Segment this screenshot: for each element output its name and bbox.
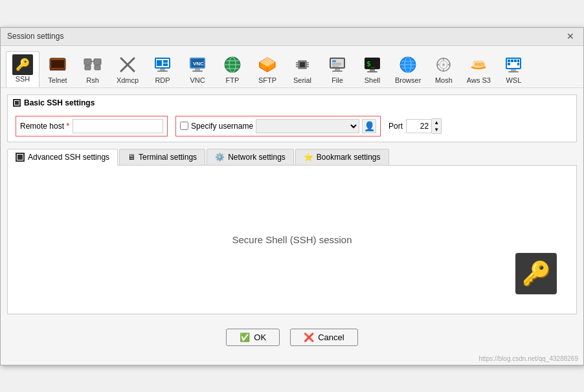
port-spinner: ▲ ▼ <box>406 118 442 134</box>
content-area: Basic SSH settings Remote host * Specify… <box>1 88 583 321</box>
username-field-group: Specify username 👤 <box>175 116 381 136</box>
svg-rect-5 <box>85 65 91 70</box>
protocol-label-vnc: VNC <box>190 76 205 84</box>
sub-tabs-container: Advanced SSH settings 🖥 Terminal setting… <box>7 149 577 314</box>
svg-rect-76 <box>17 155 23 160</box>
protocol-label-sftp: SFTP <box>258 76 276 84</box>
svg-rect-39 <box>332 64 341 65</box>
protocol-label-rdp: RDP <box>155 76 170 84</box>
close-button[interactable]: ✕ <box>564 31 577 41</box>
rsh-icon <box>82 54 103 75</box>
aws-icon: AWS <box>468 54 489 75</box>
cancel-icon: ❌ <box>304 332 314 342</box>
ok-button[interactable]: ✅ OK <box>226 329 280 346</box>
svg-rect-69 <box>511 69 516 71</box>
ok-icon: ✅ <box>240 332 250 342</box>
username-dropdown[interactable] <box>256 119 359 133</box>
svg-rect-29 <box>296 62 298 63</box>
svg-rect-68 <box>517 63 519 65</box>
browser-icon <box>398 54 418 75</box>
svg-rect-2 <box>50 69 65 71</box>
protocol-tab-mosh[interactable]: Mosh <box>427 51 460 87</box>
footer: ✅ OK ❌ Cancel <box>1 321 583 354</box>
key-icon: 🔑 <box>522 260 551 287</box>
svg-rect-31 <box>296 66 298 67</box>
svg-rect-34 <box>306 66 309 67</box>
mosh-icon <box>433 54 454 75</box>
svg-rect-38 <box>332 63 341 64</box>
protocol-tab-sftp[interactable]: SFTP <box>251 51 284 87</box>
protocol-tab-browser[interactable]: Browser <box>390 51 425 87</box>
network-icon: ⚙️ <box>215 153 225 162</box>
svg-rect-66 <box>517 60 519 62</box>
session-settings-window: Session settings ✕ 🔑 SSH Telnet <box>0 27 584 365</box>
tab-advanced-ssh[interactable]: Advanced SSH settings <box>7 149 118 166</box>
protocol-label-browser: Browser <box>395 76 421 84</box>
protocol-tab-serial[interactable]: Serial <box>286 51 319 87</box>
remote-host-input[interactable] <box>73 119 163 133</box>
user-icon-button[interactable]: 👤 <box>362 119 376 133</box>
tab-terminal[interactable]: 🖥 Terminal settings <box>119 149 205 165</box>
tab-bookmark-label: Bookmark settings <box>317 153 381 162</box>
advanced-ssh-icon <box>16 153 25 162</box>
ssh-icon: 🔑 <box>12 54 33 75</box>
port-decrement-button[interactable]: ▼ <box>432 126 441 133</box>
svg-rect-13 <box>157 71 168 72</box>
tab-network[interactable]: ⚙️ Network settings <box>207 149 294 165</box>
protocol-tab-aws[interactable]: AWS Aws S3 <box>462 51 495 87</box>
protocol-tab-file[interactable]: File <box>320 51 354 87</box>
protocol-tab-rdp[interactable]: RDP <box>146 51 179 87</box>
svg-text:$_: $_ <box>366 60 376 68</box>
svg-rect-37 <box>332 60 336 62</box>
svg-rect-1 <box>51 60 64 68</box>
svg-rect-12 <box>160 69 165 71</box>
protocol-label-file: File <box>331 76 343 84</box>
protocol-tab-ftp[interactable]: FTP <box>216 51 249 87</box>
port-increment-button[interactable]: ▲ <box>432 119 441 126</box>
protocol-label-aws: Aws S3 <box>467 76 491 84</box>
svg-rect-64 <box>511 60 513 62</box>
tab-advanced-ssh-label: Advanced SSH settings <box>28 153 109 162</box>
tab-bookmark[interactable]: ⭐ Bookmark settings <box>295 149 389 165</box>
cancel-label: Cancel <box>318 332 344 342</box>
protocol-tab-telnet[interactable]: Telnet <box>41 51 74 87</box>
required-marker: * <box>64 122 69 131</box>
svg-rect-63 <box>508 60 510 62</box>
protocol-label-ftp: FTP <box>226 76 240 84</box>
cancel-button[interactable]: ❌ Cancel <box>290 329 357 346</box>
svg-rect-21 <box>192 71 203 72</box>
port-input[interactable] <box>406 119 432 133</box>
svg-rect-6 <box>95 65 100 70</box>
svg-rect-30 <box>296 64 298 65</box>
protocol-tab-ssh[interactable]: 🔑 SSH <box>6 51 39 87</box>
watermark: https://blog.csdn.net/qq_43288269 <box>1 354 583 365</box>
basic-settings-body: Remote host * Specify username 👤 <box>8 111 576 142</box>
svg-rect-41 <box>335 69 340 71</box>
svg-rect-3 <box>84 59 91 65</box>
basic-settings-icon <box>13 99 21 107</box>
svg-rect-28 <box>300 62 305 67</box>
terminal-icon: 🖥 <box>128 153 135 162</box>
protocol-tab-shell[interactable]: $_ Shell <box>355 51 389 87</box>
file-icon <box>327 54 348 75</box>
specify-username-checkbox[interactable] <box>180 122 188 130</box>
protocol-tab-xdmcp[interactable]: Xdmcp <box>111 51 144 87</box>
port-spinner-buttons: ▲ ▼ <box>432 118 442 134</box>
telnet-icon <box>47 54 68 75</box>
sub-tabs-bar: Advanced SSH settings 🖥 Terminal setting… <box>7 149 577 166</box>
user-icon: 👤 <box>364 121 375 131</box>
protocol-label-telnet: Telnet <box>48 76 67 84</box>
protocol-tab-rsh[interactable]: Rsh <box>76 51 109 87</box>
tab-network-label: Network settings <box>228 153 286 162</box>
svg-rect-46 <box>367 71 377 72</box>
svg-rect-42 <box>332 71 343 72</box>
svg-rect-33 <box>306 64 309 65</box>
protocol-label-shell: Shell <box>365 76 380 84</box>
specify-username-label[interactable]: Specify username <box>180 122 253 131</box>
window-title: Session settings <box>7 32 63 41</box>
svg-rect-15 <box>163 60 168 63</box>
protocol-tab-wsl[interactable]: WSL <box>497 51 530 87</box>
svg-rect-67 <box>508 63 510 65</box>
protocol-label-wsl: WSL <box>506 76 521 84</box>
protocol-tab-vnc[interactable]: VNC VNC <box>181 51 214 87</box>
